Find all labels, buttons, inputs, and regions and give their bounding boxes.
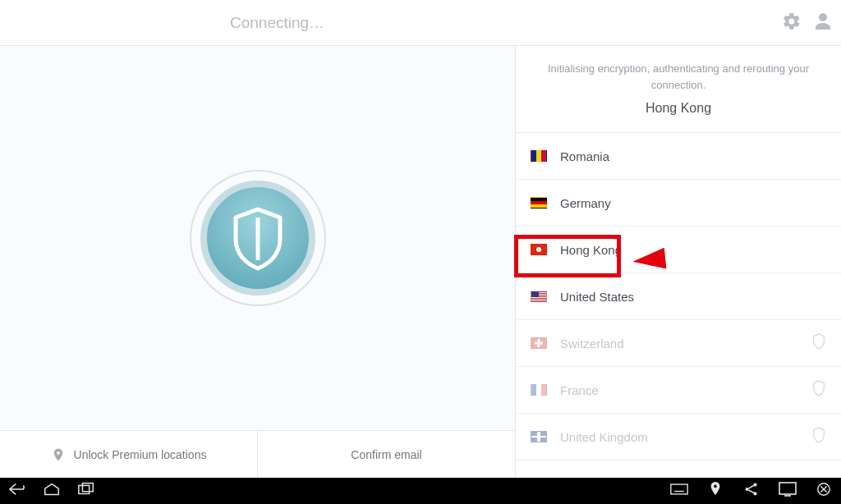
status-location: Hong Kong bbox=[540, 101, 816, 116]
premium-shield-icon bbox=[811, 332, 826, 354]
svg-rect-5 bbox=[671, 484, 687, 494]
flag-hk-icon bbox=[531, 244, 547, 255]
android-nav-bar bbox=[0, 478, 841, 504]
location-label: Switzerland bbox=[560, 337, 624, 351]
svg-rect-4 bbox=[82, 483, 93, 492]
unlock-premium-button[interactable]: Unlock Premium locations bbox=[0, 431, 258, 478]
location-row-uk[interactable]: United Kingdom bbox=[516, 414, 841, 460]
location-status-icon[interactable] bbox=[706, 482, 724, 500]
flag-us-icon bbox=[531, 291, 547, 302]
location-label: Germany bbox=[560, 196, 611, 210]
share-icon[interactable] bbox=[742, 482, 761, 500]
confirm-email-button[interactable]: Confirm email bbox=[258, 431, 515, 478]
flag-de-icon bbox=[531, 197, 547, 208]
status-message: Initialising encryption, authenticating … bbox=[540, 61, 816, 93]
flag-ch-icon bbox=[531, 337, 547, 349]
recents-icon[interactable] bbox=[77, 482, 95, 500]
svg-point-12 bbox=[746, 488, 749, 491]
locations-panel: Initialising encryption, authenticating … bbox=[516, 46, 841, 478]
location-row-ch[interactable]: Switzerland bbox=[516, 320, 841, 367]
location-row-us[interactable]: United States bbox=[516, 273, 841, 320]
location-row-hk[interactable]: Hong Kong bbox=[516, 227, 841, 273]
back-icon[interactable] bbox=[8, 482, 26, 500]
location-label: France bbox=[560, 383, 599, 397]
location-label: United States bbox=[560, 290, 634, 304]
keyboard-icon[interactable] bbox=[670, 482, 688, 500]
profile-icon[interactable] bbox=[813, 11, 833, 34]
svg-point-14 bbox=[753, 492, 756, 495]
unlock-premium-label: Unlock Premium locations bbox=[74, 448, 207, 461]
location-row-de[interactable]: Germany bbox=[516, 180, 841, 227]
svg-rect-15 bbox=[779, 483, 796, 494]
cast-icon[interactable] bbox=[779, 482, 797, 500]
flag-uk-icon bbox=[531, 431, 547, 442]
location-label: United Kingdom bbox=[560, 430, 648, 444]
flag-fr-icon bbox=[531, 384, 547, 396]
home-icon[interactable] bbox=[43, 482, 61, 500]
main-panel: Unlock Premium locations Confirm email bbox=[0, 46, 516, 478]
connection-shield-badge[interactable] bbox=[188, 168, 328, 308]
location-row-ro[interactable]: Romania bbox=[516, 133, 841, 180]
confirm-email-label: Confirm email bbox=[351, 448, 421, 461]
svg-rect-3 bbox=[79, 485, 90, 493]
premium-shield-icon bbox=[811, 379, 826, 401]
location-row-fr[interactable]: France bbox=[516, 367, 841, 414]
settings-icon[interactable] bbox=[782, 11, 802, 34]
location-pin-icon bbox=[51, 446, 66, 464]
premium-shield-icon bbox=[811, 426, 826, 447]
location-label: Romania bbox=[560, 149, 609, 163]
connection-status: Initialising encryption, authenticating … bbox=[516, 46, 841, 133]
close-icon[interactable] bbox=[815, 482, 833, 500]
top-bar: Connecting… bbox=[0, 0, 841, 46]
page-title: Connecting… bbox=[230, 14, 324, 32]
svg-point-13 bbox=[753, 483, 756, 487]
flag-ro-icon bbox=[531, 150, 547, 162]
location-list[interactable]: RomaniaGermanyHong KongUnited StatesSwit… bbox=[516, 133, 841, 478]
location-label: Hong Kong bbox=[560, 243, 622, 257]
